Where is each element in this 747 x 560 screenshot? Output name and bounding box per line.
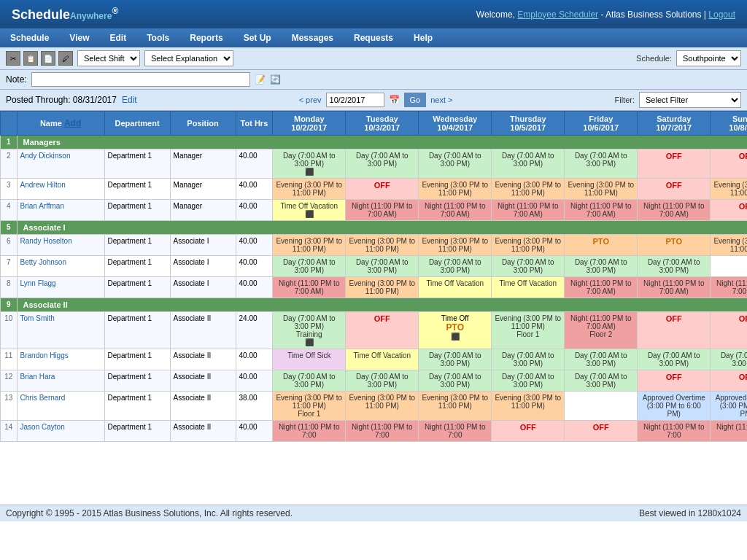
- emp-name[interactable]: Lynn Flagg: [17, 277, 104, 298]
- filter-select[interactable]: Select Filter: [639, 92, 741, 108]
- paste-icon[interactable]: 📄: [41, 51, 55, 66]
- shift-cell[interactable]: Day (7:00 AM to 3:00 PM): [419, 349, 492, 370]
- shift-cell[interactable]: PTO: [565, 235, 638, 256]
- shift-cell[interactable]: Day (7:00 AM to 3:00 PM): [273, 256, 346, 277]
- shift-cell[interactable]: Day (7:00 AM to 3:00 PM): [565, 349, 638, 370]
- shift-cell[interactable]: Day (7:00 AM to 3:00 PM): [638, 256, 711, 277]
- shift-cell[interactable]: Evening (3:00 PM to 11:00 PM): [492, 179, 565, 200]
- shift-cell[interactable]: Evening (3:00 PM to 11:00 PM): [419, 392, 492, 421]
- shift-cell[interactable]: Time Off Vacation⬛: [273, 200, 346, 221]
- shift-cell[interactable]: Evening (3:00 PM to 11:00 PM): [492, 235, 565, 256]
- shift-cell[interactable]: Night (11:00 PM to 7:00 AM): [419, 200, 492, 221]
- select-explanation-dropdown[interactable]: Select Explanation: [144, 50, 233, 66]
- nav-requests[interactable]: Requests: [344, 28, 403, 47]
- nav-reports[interactable]: Reports: [179, 28, 233, 47]
- emp-name[interactable]: Jason Cayton: [17, 421, 104, 442]
- shift-cell[interactable]: Day (7:00 AM to 3:00 PM): [273, 370, 346, 392]
- shift-cell[interactable]: Night (11:00 PM to: [711, 421, 747, 442]
- shift-cell[interactable]: Day (7:00 AM to 3:00 PM): [711, 349, 747, 370]
- shift-cell[interactable]: Day (7:00 AM to 3:00 PM): [419, 370, 492, 392]
- user-link[interactable]: Employee Scheduler: [517, 9, 598, 20]
- emp-name[interactable]: Brian Hara: [17, 370, 104, 392]
- shift-cell[interactable]: OFF: [565, 421, 638, 442]
- shift-cell[interactable]: Night (11:00 PM to 7:00: [638, 421, 711, 442]
- prev-btn[interactable]: < prev: [299, 96, 322, 104]
- schedule-select[interactable]: Southpointe: [676, 50, 741, 66]
- shift-cell[interactable]: [711, 256, 747, 277]
- shift-cell[interactable]: Day (7:00 AM to 3:00 PM): [565, 370, 638, 392]
- note-refresh-icon[interactable]: 🔄: [270, 74, 281, 85]
- shift-cell[interactable]: Day (7:00 AM to 3:00 PM): [346, 256, 419, 277]
- emp-name[interactable]: Brandon Higgs: [17, 349, 104, 370]
- shift-cell[interactable]: OFF: [492, 421, 565, 442]
- shift-cell[interactable]: Day (7:00 AM to 3:00 PM): [419, 256, 492, 277]
- shift-cell[interactable]: Day (7:00 AM to 3:00 PM): [419, 149, 492, 179]
- shift-cell[interactable]: OFF: [638, 179, 711, 200]
- clear-icon[interactable]: 🖊: [58, 51, 73, 66]
- shift-cell[interactable]: Day (7:00 AM to 3:00 PM)Training⬛: [273, 312, 346, 349]
- shift-cell[interactable]: Time Off Vacation: [419, 277, 492, 298]
- emp-name[interactable]: Chris Bernard: [17, 392, 104, 421]
- shift-cell[interactable]: Night (11:00 PM to 7:00 AM): [492, 200, 565, 221]
- shift-cell[interactable]: Day (7:00 AM to 3:00 PM): [638, 349, 711, 370]
- shift-cell[interactable]: OFF: [711, 149, 747, 179]
- shift-cell[interactable]: Night (11:00 PM to 7:00 AM): [638, 277, 711, 298]
- shift-cell[interactable]: Time OffPTO⬛: [419, 312, 492, 349]
- shift-cell[interactable]: Day (7:00 AM to 3:00 PM): [492, 349, 565, 370]
- shift-cell[interactable]: OFF: [638, 312, 711, 349]
- shift-cell[interactable]: OFF: [711, 312, 747, 349]
- shift-cell[interactable]: Evening (3:00 PM to 11:00 PM): [346, 235, 419, 256]
- shift-cell[interactable]: Night (11:00 PM to 7:00 AM): [565, 200, 638, 221]
- go-button[interactable]: Go: [404, 93, 427, 107]
- emp-name[interactable]: Brian Arffman: [17, 200, 104, 221]
- shift-cell[interactable]: Evening (3:00 PM to 11:00 PM): [346, 277, 419, 298]
- nav-help[interactable]: Help: [403, 28, 443, 47]
- copy-icon[interactable]: 📋: [23, 51, 38, 66]
- shift-cell[interactable]: Night (11:00 PM to 7:00 AM): [638, 200, 711, 221]
- nav-tools[interactable]: Tools: [136, 28, 179, 47]
- next-btn[interactable]: next >: [430, 96, 452, 104]
- shift-cell[interactable]: Day (7:00 AM to 3:00 PM): [346, 370, 419, 392]
- add-employee-link[interactable]: Add: [64, 118, 81, 128]
- nav-view[interactable]: View: [59, 28, 99, 47]
- shift-cell[interactable]: Evening (3:00 PM to 11:00 PM): [419, 179, 492, 200]
- shift-cell[interactable]: Evening (3:00 PM to 11:00 PM): [273, 179, 346, 200]
- emp-name[interactable]: Andy Dickinson: [17, 149, 104, 179]
- logout-link[interactable]: Logout: [708, 9, 735, 20]
- scissors-icon[interactable]: ✂: [6, 51, 20, 66]
- shift-cell[interactable]: Approved Overtime (3:00 PM to 6:00 PM): [711, 392, 747, 421]
- shift-cell[interactable]: OFF: [711, 370, 747, 392]
- shift-cell[interactable]: Evening (3:00 PM to 11:00 PM)Floor 1: [492, 312, 565, 349]
- nav-edit[interactable]: Edit: [100, 28, 137, 47]
- shift-cell[interactable]: OFF: [711, 200, 747, 221]
- select-shift-dropdown[interactable]: Select Shift: [77, 50, 140, 66]
- shift-cell[interactable]: Night (11:00 PM to 7:00 AM)Floor 2: [565, 312, 638, 349]
- shift-cell[interactable]: Time Off Vacation: [346, 349, 419, 370]
- emp-name[interactable]: Andrew Hilton: [17, 179, 104, 200]
- shift-cell[interactable]: Day (7:00 AM to 3:00 PM): [565, 256, 638, 277]
- shift-cell[interactable]: OFF: [638, 149, 711, 179]
- shift-cell[interactable]: Night (11:00 PM to 7:00 AM): [565, 277, 638, 298]
- shift-cell[interactable]: OFF: [346, 179, 419, 200]
- shift-cell[interactable]: Evening (3:00 PM to 11:00 PM): [711, 235, 747, 256]
- shift-cell[interactable]: Night (11:00 PM to 7:00: [419, 421, 492, 442]
- shift-cell[interactable]: Day (7:00 AM to 3:00 PM): [492, 149, 565, 179]
- emp-name[interactable]: Betty Johnson: [17, 256, 104, 277]
- shift-cell[interactable]: Night (11:00 PM to 7:00 AM): [273, 277, 346, 298]
- shift-cell[interactable]: PTO: [638, 235, 711, 256]
- nav-setup[interactable]: Set Up: [233, 28, 282, 47]
- shift-cell[interactable]: Night (11:00 PM to 7:00: [273, 421, 346, 442]
- shift-cell[interactable]: Evening (3:00 PM to 11:00 PM): [273, 235, 346, 256]
- shift-cell[interactable]: Day (7:00 AM to 3:00 PM): [492, 256, 565, 277]
- date-input[interactable]: [326, 93, 384, 107]
- shift-cell[interactable]: Evening (3:00 PM to 11:00 PM)Floor 1: [273, 392, 346, 421]
- shift-cell[interactable]: Evening (3:00 PM to 11:00 PM): [419, 235, 492, 256]
- shift-cell[interactable]: Night (11:00 PM to 7:00: [346, 421, 419, 442]
- shift-cell[interactable]: Day (7:00 AM to 3:00 PM): [346, 149, 419, 179]
- shift-cell[interactable]: Night (11:00 PM to 7:00 AM): [711, 277, 747, 298]
- shift-cell[interactable]: Evening (3:00 PM to 11:00 PM): [492, 392, 565, 421]
- shift-cell[interactable]: OFF: [346, 312, 419, 349]
- shift-cell[interactable]: Day (7:00 AM to 3:00 PM): [492, 370, 565, 392]
- calendar-icon[interactable]: 📅: [389, 95, 400, 105]
- note-input[interactable]: [31, 72, 250, 87]
